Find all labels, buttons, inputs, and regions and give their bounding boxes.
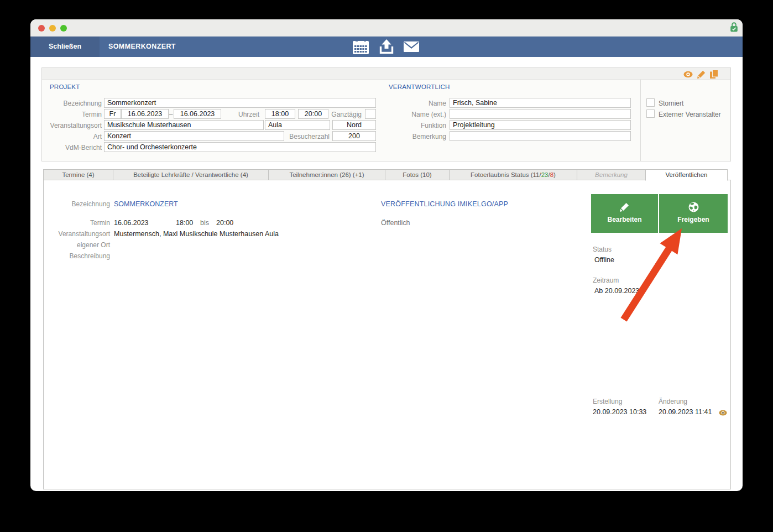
close-button[interactable]: Schließen	[30, 36, 100, 57]
ganztaegig-checkbox[interactable]	[365, 109, 376, 119]
aenderung-value: 20.09.2023 11:41	[659, 408, 712, 416]
storniert-checkbox[interactable]	[646, 98, 655, 107]
lock-icon	[730, 22, 738, 35]
funktion-input[interactable]: Projektleitung	[450, 120, 631, 130]
verantwortlich-heading: VERANTWORTLICH	[389, 84, 450, 90]
veranstaltungsort-label: Veranstaltungsort	[44, 122, 102, 129]
upload-icon[interactable]	[379, 36, 394, 57]
storniert-label: Storniert	[659, 100, 683, 107]
project-panel: PROJEKT Bezeichnung Sommerkonzert Termin…	[41, 67, 731, 161]
eigener-ort-label: eigener Ort	[44, 241, 110, 249]
publish-bezeichnung-label: Bezeichnung	[44, 200, 110, 208]
publish-veranstaltungsort-label: Veranstaltungsort	[44, 230, 110, 238]
ganztaegig-label: Ganztägig	[305, 111, 362, 118]
copy-icon[interactable]	[710, 70, 718, 81]
externer-veranstalter-checkbox[interactable]	[646, 109, 655, 118]
history-eye-icon[interactable]	[719, 408, 727, 418]
panel-divider	[640, 80, 641, 161]
publish-termin-end: 20:00	[216, 219, 233, 227]
bemerkung-input[interactable]	[450, 131, 631, 141]
publish-veranstaltungsort-value: Mustermensch, Maxi Musikschule Musterhau…	[114, 230, 279, 238]
besucherzahl-label: Besucherzahl	[271, 133, 330, 140]
window-title: SOMMERKONZERT	[108, 36, 176, 57]
uhrzeit-label: Uhrzeit	[201, 111, 259, 118]
tab-fotos[interactable]: Fotos (10)	[385, 169, 450, 180]
bezeichnung-input[interactable]: Sommerkonzert	[104, 98, 376, 108]
tab-fotoerlaubnis[interactable]: Fotoerlaubnis Status (11/23/8)	[449, 169, 577, 180]
aenderung-label: Änderung	[659, 398, 687, 405]
bezeichnung-label: Bezeichnung	[44, 100, 102, 107]
besucherzahl-input[interactable]: 200	[332, 131, 376, 141]
funktion-label: Funktion	[380, 122, 446, 129]
veroeffentlichen-panel: Bezeichnung SOMMERKONZERT Termin 16.06.2…	[43, 180, 731, 489]
name-label: Name	[380, 100, 446, 107]
date-start-input[interactable]: 16.06.2023	[121, 109, 169, 119]
pencil-icon[interactable]	[697, 70, 706, 81]
erstellung-label: Erstellung	[593, 398, 622, 405]
art-input[interactable]: Konzert	[104, 131, 284, 141]
vdm-input[interactable]: Chor- und Orchesterkonzerte	[104, 142, 376, 152]
date-separator: –	[169, 111, 173, 118]
name-ext-input[interactable]	[450, 109, 631, 119]
termin-label: Termin	[44, 111, 102, 118]
art-label: Art	[44, 133, 102, 140]
erstellung-value: 20.09.2023 10:33	[593, 408, 646, 416]
weekday-input[interactable]: Fr	[104, 109, 121, 119]
raum-input[interactable]: Aula	[265, 120, 330, 130]
globe-icon	[688, 202, 699, 212]
projekt-heading: PROJEKT	[50, 84, 80, 90]
tab-bemerkung[interactable]: Bemerkung	[577, 169, 646, 180]
tab-teilnehmer[interactable]: Teilnehmer:innen (26) (+1)	[268, 169, 385, 180]
freigeben-button[interactable]: Freigeben	[659, 194, 728, 233]
tab-bar: Termine (4) Beteiligte Lehrkräfte / Vera…	[43, 169, 728, 180]
oeffentlich-label: Öffentlich	[381, 219, 410, 227]
bemerkung-label: Bemerkung	[380, 133, 446, 140]
zoom-traffic-light[interactable]	[60, 25, 67, 32]
externer-veranstalter-label: Externer Veranstalter	[659, 111, 721, 118]
publish-termin-label: Termin	[44, 219, 110, 227]
publish-bezeichnung-value: SOMMERKONZERT	[114, 200, 178, 208]
publish-termin-start: 18:00	[176, 219, 193, 227]
tab-veroeffentlichen[interactable]: Veröffentlichen	[645, 169, 728, 181]
project-panel-header	[42, 68, 730, 80]
bereich-input[interactable]: Nord	[332, 120, 376, 130]
name-ext-label: Name (ext.)	[380, 111, 446, 118]
publish-termin-date: 16.06.2023	[114, 219, 149, 227]
status-label: Status	[593, 246, 612, 253]
minimize-traffic-light[interactable]	[49, 25, 56, 32]
zeitraum-label: Zeitraum	[593, 277, 619, 284]
publish-section-heading: VERÖFFENTLICHUNG IMIKELGO/APP	[381, 200, 508, 208]
beschreibung-label: Beschreibung	[44, 252, 110, 260]
close-traffic-light[interactable]	[38, 25, 45, 32]
status-value: Offline	[594, 256, 614, 264]
app-window: Schließen SOMMERKONZERT	[30, 19, 743, 491]
time-start-input[interactable]: 18:00	[265, 109, 295, 119]
titlebar	[30, 19, 743, 36]
eye-icon[interactable]	[683, 70, 693, 80]
vdm-label: VdM-Bericht	[44, 144, 102, 152]
publish-bis-label: bis	[200, 219, 209, 227]
calendar-icon[interactable]	[353, 36, 369, 57]
name-input[interactable]: Frisch, Sabine	[450, 98, 631, 108]
pencil-icon	[620, 202, 629, 212]
tab-termine[interactable]: Termine (4)	[43, 169, 113, 180]
bearbeiten-button[interactable]: Bearbeiten	[591, 194, 658, 233]
mail-icon[interactable]	[404, 36, 419, 57]
toolbar: Schließen SOMMERKONZERT	[30, 36, 743, 57]
tab-lehrkraefte[interactable]: Beteiligte Lehrkräfte / Verantwortliche …	[113, 169, 269, 180]
zeitraum-value: Ab 20.09.2023	[594, 287, 639, 295]
veranstaltungsort-input[interactable]: Musikschule Musterhausen	[104, 120, 264, 130]
